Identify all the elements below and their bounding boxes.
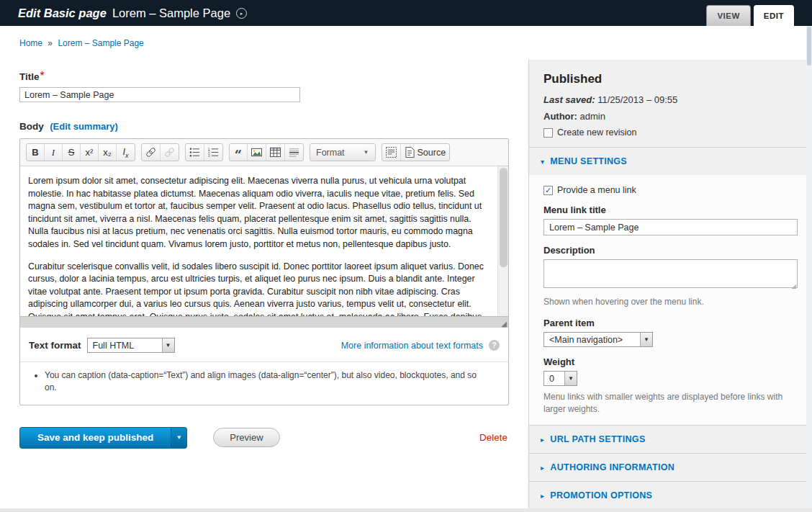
preview-button[interactable]: Preview	[213, 428, 279, 447]
description-help: Shown when hovering over the menu link.	[543, 296, 798, 308]
arrow-glyph: ▸	[240, 11, 243, 16]
weight-label: Weight	[543, 356, 798, 367]
node-edit-form: Title* Body (Edit summary) B I S x² x₂ I…	[0, 60, 528, 508]
promotion-options-header[interactable]: ▸ PROMOTION OPTIONS	[529, 481, 812, 508]
editor-scrollbar-thumb[interactable]	[500, 168, 508, 267]
format-dropdown-label: Format	[316, 148, 345, 158]
parent-item-value: <Main navigation>	[544, 333, 640, 346]
italic-button[interactable]: I	[45, 144, 63, 161]
bulleted-list-button[interactable]	[186, 144, 204, 161]
view-live-page-icon[interactable]: ▸	[236, 8, 247, 19]
description-label: Description	[543, 245, 798, 256]
breadcrumb-separator: »	[48, 38, 53, 48]
horizontal-rule-button[interactable]	[285, 144, 303, 161]
breadcrumb-current-link[interactable]: Lorem – Sample Page	[58, 38, 143, 48]
meta-sidebar: Published Last saved: 11/25/2013 – 09:55…	[528, 60, 812, 508]
weight-select[interactable]: 0 ▼	[543, 371, 577, 386]
text-format-row: Text format Full HTML ▼ More information…	[20, 328, 508, 361]
promotion-options-title: PROMOTION OPTIONS	[550, 490, 652, 500]
text-format-select[interactable]: Full HTML ▼	[87, 338, 175, 353]
page-title: Lorem – Sample Page	[112, 6, 230, 20]
numbered-list-button[interactable]: 123	[204, 144, 222, 161]
textarea-resize-grip[interactable]: ◢	[792, 284, 796, 289]
url-path-settings-header[interactable]: ▸ URL PATH SETTINGS	[529, 425, 812, 453]
toolbar-group-links	[141, 143, 179, 161]
text-format-label: Text format	[29, 340, 81, 351]
editor-bottom-bar: ◢	[20, 316, 508, 328]
body-field-label-row: Body (Edit summary)	[19, 120, 509, 133]
svg-text:3: 3	[208, 154, 210, 158]
remove-format-button[interactable]: Ix	[117, 144, 135, 161]
admin-toolbar: Edit Basic page Lorem – Sample Page ▸ VI…	[0, 0, 812, 26]
link-button[interactable]	[142, 144, 161, 161]
bold-button[interactable]: B	[27, 144, 45, 161]
superscript-icon: x²	[86, 147, 94, 158]
subscript-button[interactable]: x₂	[99, 144, 117, 161]
publish-meta: Published Last saved: 11/25/2013 – 09:55…	[529, 60, 812, 147]
body-paragraph: Curabitur scelerisque convallis velit, i…	[28, 261, 490, 316]
source-button[interactable]: Source	[401, 144, 450, 161]
show-blocks-icon	[386, 147, 397, 158]
bold-icon: B	[32, 147, 38, 158]
horizontal-rule-icon	[289, 147, 299, 158]
table-icon	[270, 147, 281, 158]
create-revision-checkbox[interactable]	[543, 128, 553, 138]
page-type-label: Edit Basic page	[18, 6, 107, 20]
provide-menu-link-checkbox[interactable]: ✓	[543, 186, 553, 195]
editor-resize-handle[interactable]: ◢	[501, 320, 507, 328]
parent-item-select[interactable]: <Main navigation> ▼	[543, 332, 653, 347]
editor-content-area[interactable]: Lorem ipsum dolor sit amet, consectetur …	[20, 166, 508, 316]
help-icon[interactable]: ?	[489, 340, 500, 351]
strikethrough-button[interactable]: S	[63, 144, 81, 161]
author-value: admin	[580, 111, 605, 122]
toolbar-group-tools: Source	[382, 143, 451, 161]
tab-view[interactable]: VIEW	[706, 5, 750, 26]
editor-toolbar: B I S x² x₂ Ix	[20, 139, 508, 166]
superscript-button[interactable]: x²	[81, 144, 99, 161]
save-dropdown-toggle[interactable]: ▼	[171, 427, 187, 449]
save-button[interactable]: Save and keep published	[19, 427, 171, 449]
create-revision-row: Create new revision	[543, 127, 798, 138]
format-dropdown[interactable]: Format ▼	[310, 143, 376, 161]
subscript-icon: x₂	[103, 147, 112, 158]
create-revision-label: Create new revision	[557, 127, 636, 138]
blockquote-button[interactable]: “	[230, 144, 248, 161]
editor-text[interactable]: Lorem ipsum dolor sit amet, consectetur …	[20, 166, 497, 316]
remove-format-icon: Ix	[122, 146, 128, 159]
editor-scrollbar[interactable]	[497, 166, 508, 316]
primary-tabs: VIEW EDIT	[706, 5, 812, 26]
title-label: Title	[19, 71, 40, 82]
toolbar-group-lists: 123	[185, 143, 223, 161]
filter-tip: You can caption (data-caption=“Text”) an…	[45, 369, 479, 395]
link-icon	[145, 147, 156, 158]
last-saved-value: 11/25/2013 – 09:55	[597, 94, 677, 105]
text-format-value: Full HTML	[88, 338, 162, 352]
text-format-help-link[interactable]: More information about text formats	[341, 341, 483, 351]
show-blocks-button[interactable]	[382, 144, 401, 161]
breadcrumb: Home » Lorem – Sample Page	[0, 26, 812, 60]
menu-link-title-input[interactable]	[543, 219, 798, 235]
save-split-button: Save and keep published ▼	[19, 427, 187, 449]
body-label: Body	[19, 121, 44, 132]
description-textarea[interactable]	[543, 259, 798, 288]
select-arrow-icon: ▼	[162, 338, 174, 352]
scrollbar-thumb[interactable]	[807, 27, 811, 66]
source-icon	[405, 147, 415, 158]
filter-guidelines: You can caption (data-caption=“Text”) an…	[20, 361, 508, 405]
menu-settings-header[interactable]: ▾ MENU SETTINGS	[529, 147, 812, 175]
triangle-right-icon: ▸	[541, 436, 544, 444]
authoring-information-title: AUTHORING INFORMATION	[550, 462, 675, 472]
main-layout: Title* Body (Edit summary) B I S x² x₂ I…	[0, 60, 812, 508]
breadcrumb-home-link[interactable]: Home	[19, 38, 42, 48]
tab-edit[interactable]: EDIT	[754, 5, 794, 26]
image-button[interactable]	[248, 144, 266, 161]
table-button[interactable]	[266, 144, 285, 161]
window-vertical-scrollbar[interactable]	[806, 26, 812, 512]
title-input[interactable]	[19, 87, 300, 102]
edit-summary-link[interactable]: (Edit summary)	[50, 121, 118, 132]
authoring-information-header[interactable]: ▸ AUTHORING INFORMATION	[529, 453, 812, 481]
window-horizontal-scrollbar[interactable]	[0, 508, 812, 512]
delete-link[interactable]: Delete	[479, 432, 508, 443]
triangle-right-icon: ▸	[541, 492, 544, 500]
unlink-button[interactable]	[161, 144, 179, 161]
